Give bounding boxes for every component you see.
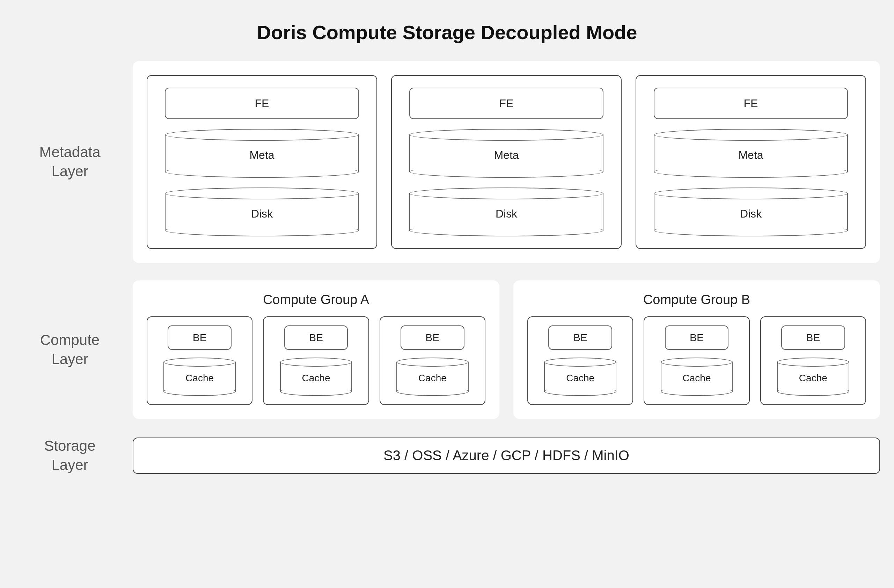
cache-cylinder: Cache	[661, 357, 733, 396]
metadata-node: FE Meta Disk	[391, 75, 622, 249]
cache-cylinder: Cache	[777, 357, 849, 396]
cache-cylinder: Cache	[163, 357, 236, 396]
compute-group: Compute Group A BE Cache BE Cache	[133, 280, 499, 419]
meta-cylinder: Meta	[409, 129, 603, 178]
be-node: BE Cache	[380, 317, 485, 405]
cache-label: Cache	[777, 357, 849, 396]
cache-label: Cache	[396, 357, 469, 396]
be-node: BE Cache	[760, 317, 866, 405]
disk-cylinder: Disk	[165, 187, 359, 237]
cache-label: Cache	[661, 357, 733, 396]
metadata-label: Metadata Layer	[14, 143, 133, 181]
metadata-node: FE Meta Disk	[146, 75, 377, 249]
be-box: BE	[665, 326, 728, 350]
disk-label: Disk	[165, 187, 359, 237]
compute-label: Compute Layer	[14, 331, 133, 369]
storage-panel: S3 / OSS / Azure / GCP / HDFS / MinIO	[133, 437, 880, 474]
cache-cylinder: Cache	[544, 357, 616, 396]
disk-label: Disk	[654, 187, 848, 237]
cache-label: Cache	[280, 357, 352, 396]
disk-label: Disk	[409, 187, 603, 237]
be-node: BE Cache	[643, 317, 749, 405]
disk-cylinder: Disk	[409, 187, 603, 237]
compute-group: Compute Group B BE Cache BE Cache	[513, 280, 880, 419]
be-box: BE	[400, 326, 464, 350]
cache-cylinder: Cache	[280, 357, 352, 396]
be-box: BE	[168, 326, 231, 350]
cache-label: Cache	[544, 357, 616, 396]
metadata-panel: FE Meta Disk FE Meta	[133, 61, 880, 263]
be-box: BE	[284, 326, 348, 350]
compute-group-title: Compute Group B	[527, 292, 866, 307]
storage-row: Storage Layer S3 / OSS / Azure / GCP / H…	[14, 436, 880, 475]
fe-box: FE	[409, 87, 603, 119]
fe-box: FE	[165, 87, 359, 119]
meta-label: Meta	[409, 129, 603, 178]
be-node: BE Cache	[263, 317, 369, 405]
cache-label: Cache	[163, 357, 236, 396]
be-node: BE Cache	[527, 317, 633, 405]
metadata-row: Metadata Layer FE Meta Disk FE	[14, 61, 880, 263]
fe-box: FE	[654, 87, 848, 119]
compute-row: Compute Layer Compute Group A BE Cache B…	[14, 280, 880, 419]
disk-cylinder: Disk	[654, 187, 848, 237]
compute-group-title: Compute Group A	[146, 292, 485, 307]
cache-cylinder: Cache	[396, 357, 469, 396]
diagram-title: Doris Compute Storage Decoupled Mode	[257, 21, 637, 44]
meta-label: Meta	[654, 129, 848, 178]
be-node: BE Cache	[146, 317, 252, 405]
be-box: BE	[548, 326, 612, 350]
meta-cylinder: Meta	[165, 129, 359, 178]
metadata-node: FE Meta Disk	[636, 75, 866, 249]
meta-cylinder: Meta	[654, 129, 848, 178]
meta-label: Meta	[165, 129, 359, 178]
be-box: BE	[781, 326, 845, 350]
storage-label: Storage Layer	[14, 436, 133, 475]
